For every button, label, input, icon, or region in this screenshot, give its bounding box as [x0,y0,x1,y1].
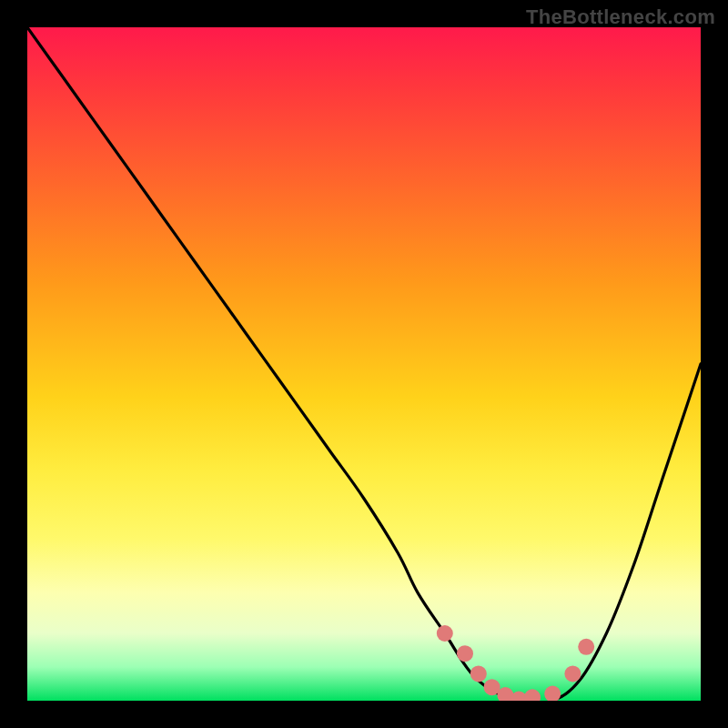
marker-dot [524,689,541,701]
marker-dot [564,665,581,682]
marker-dot [544,686,561,701]
marker-dot [457,645,473,662]
marker-dot [470,665,487,682]
watermark-label: TheBottleneck.com [526,5,715,29]
curve-overlay [27,27,701,701]
marker-dot [437,625,453,642]
marker-dot [578,639,594,655]
plot-area [27,27,701,701]
bottleneck-curve [27,27,701,701]
chart-stage: TheBottleneck.com [0,0,728,728]
